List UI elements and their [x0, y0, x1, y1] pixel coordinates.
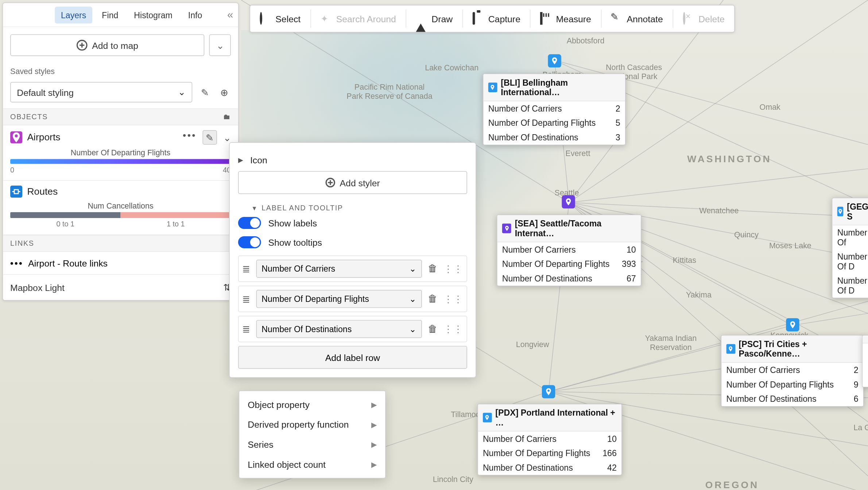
edit-style-icon[interactable]: ✎: [198, 86, 212, 99]
field-select[interactable]: Number Of Carriers⌄: [256, 260, 422, 278]
objects-section-header: OBJECTS 🖿: [3, 109, 238, 125]
layer-more-icon[interactable]: •••: [183, 130, 197, 145]
field-select[interactable]: Number Of Destinations⌄: [256, 320, 422, 338]
drag-handle-icon[interactable]: ⋮⋮: [443, 263, 463, 274]
tool-capture[interactable]: Capture: [463, 5, 530, 32]
layer-style-panel: ▶Icon Add styler ▼LABEL AND TOOLTIP Show…: [229, 142, 476, 378]
label-field-row: ≣ Number Of Carriers⌄ 🗑 ⋮⋮: [238, 256, 467, 282]
folder-icon[interactable]: 🖿: [223, 113, 231, 121]
layer-airports[interactable]: Airports ••• ✎ ⌄ Number Of Departing Fli…: [3, 125, 238, 181]
drag-handle-icon[interactable]: ⋮⋮: [443, 293, 463, 304]
tool-annotate[interactable]: Annotate: [601, 5, 673, 32]
chevron-right-icon: ▶: [371, 420, 377, 429]
tool-draw[interactable]: Draw: [406, 5, 462, 32]
map-place-label: Lake Cowichan: [425, 63, 478, 73]
map-place-label: Yakama Indian Reservation: [645, 334, 697, 352]
plus-icon: [76, 40, 87, 51]
map-place-label: Moses Lake: [769, 241, 811, 250]
map-place-label: Everett: [565, 149, 590, 158]
list-icon: ≣: [242, 263, 250, 274]
svg-line-0: [569, 169, 868, 203]
add-to-map-button[interactable]: Add to map: [10, 34, 204, 56]
tool-search-around: ✦Search Around: [311, 5, 406, 32]
map-place-label: Quincy: [734, 230, 759, 239]
tab-layers[interactable]: Layers: [55, 6, 92, 23]
tooltip-bli: [BLI] Bellingham International… Number O…: [483, 74, 626, 145]
map-place-label: Yakima: [686, 291, 712, 300]
submenu-object-property[interactable]: Object property▶: [239, 395, 385, 415]
tooltip-geg: [GEG] S Number Of Number Of D Number Of …: [832, 198, 868, 298]
sidebar-panel: Layers Find Histogram Info « Add to map …: [3, 3, 239, 301]
category-bar: [10, 212, 231, 218]
map-place-label: Abbotsford: [567, 36, 605, 45]
tool-select[interactable]: Select: [250, 5, 310, 32]
tooltip-psc-values-cut: NNN: [862, 335, 868, 388]
map-place-label: Kittitas: [673, 256, 696, 265]
link-icon: [10, 186, 22, 198]
chevron-down-icon: ⌄: [178, 87, 186, 98]
dash-icon: •••: [10, 258, 23, 268]
chevron-down-icon[interactable]: ⌄: [223, 132, 231, 143]
saved-styles-label: Saved styles: [3, 63, 238, 80]
link-airport-route[interactable]: ••• Airport - Route links: [3, 252, 238, 275]
chevron-right-icon: ▶: [371, 460, 377, 468]
caret-right-icon: ▶: [238, 156, 243, 164]
map-place-label: Longview: [516, 340, 549, 349]
tooltip-pdx: [PDX] Portland International + … Number …: [477, 404, 622, 475]
tooltip-psc: [PSC] Tri Cities + Pasco/Kenne… Number O…: [721, 335, 864, 407]
saved-styles-select[interactable]: Default styling⌄: [10, 82, 192, 102]
caret-down-icon: ▼: [251, 205, 258, 211]
toggle-show-labels[interactable]: [238, 217, 261, 229]
marker-bli[interactable]: [548, 54, 561, 67]
sidebar-tabs: Layers Find Histogram Info «: [3, 3, 238, 27]
drag-handle-icon[interactable]: ⋮⋮: [443, 323, 463, 335]
style-icon-row[interactable]: ▶Icon: [238, 151, 467, 169]
field-select[interactable]: Number Of Departing Flights⌄: [256, 290, 422, 308]
trash-icon[interactable]: 🗑: [428, 263, 437, 274]
map-place-label: WASHINGTON: [687, 153, 771, 164]
label-field-row: ≣ Number Of Departing Flights⌄ 🗑 ⋮⋮: [238, 285, 467, 312]
collapse-sidebar-icon[interactable]: «: [227, 8, 233, 21]
map-toolbar: Select ✦Search Around Draw Capture Measu…: [249, 5, 735, 32]
tooltip-sea: [SEA] Seattle/Tacoma Internat… Number Of…: [497, 214, 642, 286]
add-to-map-dropdown[interactable]: ⌄: [209, 34, 231, 56]
pin-icon: [10, 131, 22, 143]
marker-pdx[interactable]: [542, 385, 555, 398]
gradient-bar: [10, 159, 231, 164]
layer-routes[interactable]: Routes Num Cancellations 0 to 11 to 1: [3, 181, 238, 235]
toggle-show-tooltips[interactable]: [238, 236, 261, 248]
add-label-submenu: Object property▶ Derived property functi…: [239, 390, 386, 478]
tab-find[interactable]: Find: [96, 6, 124, 23]
submenu-derived-property[interactable]: Derived property function▶: [239, 415, 385, 435]
label-field-row: ≣ Number Of Destinations⌄ 🗑 ⋮⋮: [238, 316, 467, 342]
list-icon: ≣: [242, 323, 250, 335]
marker-sea[interactable]: [562, 195, 575, 209]
trash-icon[interactable]: 🗑: [428, 293, 437, 304]
submenu-linked-object-count[interactable]: Linked object count▶: [239, 454, 385, 474]
add-label-row-button[interactable]: Add label row: [238, 346, 467, 369]
layer-edit-button[interactable]: ✎: [202, 130, 217, 145]
chevron-right-icon: ▶: [371, 400, 377, 409]
tool-measure[interactable]: Measure: [531, 5, 601, 32]
label-tooltip-section[interactable]: ▼LABEL AND TOOLTIP: [238, 200, 467, 213]
add-styler-button[interactable]: Add styler: [238, 171, 467, 194]
list-icon: ≣: [242, 293, 250, 304]
tab-info[interactable]: Info: [182, 6, 208, 23]
map-place-label: La Grand: [853, 423, 868, 432]
tool-delete: Delete: [673, 5, 735, 32]
trash-icon[interactable]: 🗑: [428, 324, 437, 335]
map-place-label: Wenatchee: [699, 206, 739, 215]
marker-psc[interactable]: [786, 318, 799, 331]
map-place-label: OREGON: [705, 480, 759, 490]
chevron-right-icon: ▶: [371, 440, 377, 448]
map-place-label: Pacific Rim National Park Reserve of Can…: [346, 83, 432, 101]
map-place-label: Lincoln City: [433, 475, 473, 484]
add-style-icon[interactable]: ⊕: [218, 86, 231, 99]
tab-histogram[interactable]: Histogram: [128, 6, 178, 23]
map-place-label: Omak: [760, 102, 780, 112]
links-section-header: LINKS: [3, 235, 238, 252]
basemap-label: Mapbox Light: [10, 282, 65, 292]
submenu-series[interactable]: Series▶: [239, 435, 385, 455]
